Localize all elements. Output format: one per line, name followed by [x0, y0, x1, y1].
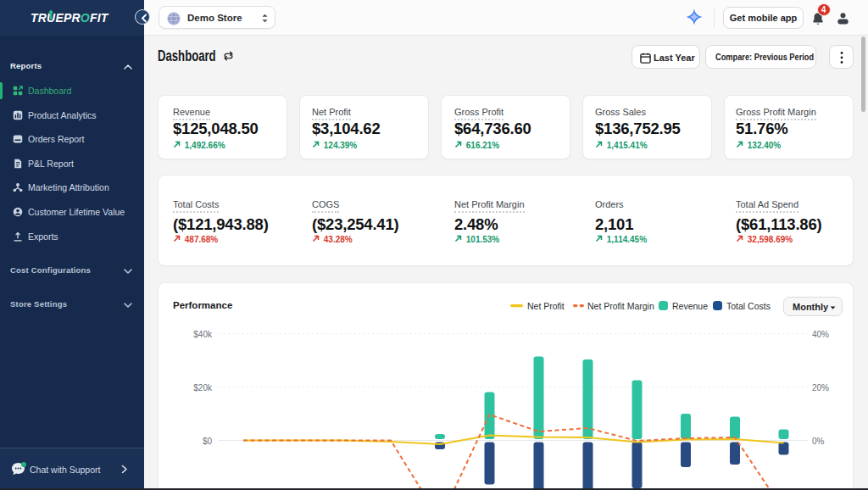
svg-text:$0: $0: [203, 437, 213, 446]
svg-text:$40k: $40k: [193, 330, 213, 339]
svg-text:0%: 0%: [812, 437, 825, 446]
svg-text:$20k: $20k: [193, 383, 213, 393]
svg-text:40%: 40%: [812, 330, 829, 339]
svg-text:20%: 20%: [812, 383, 829, 393]
